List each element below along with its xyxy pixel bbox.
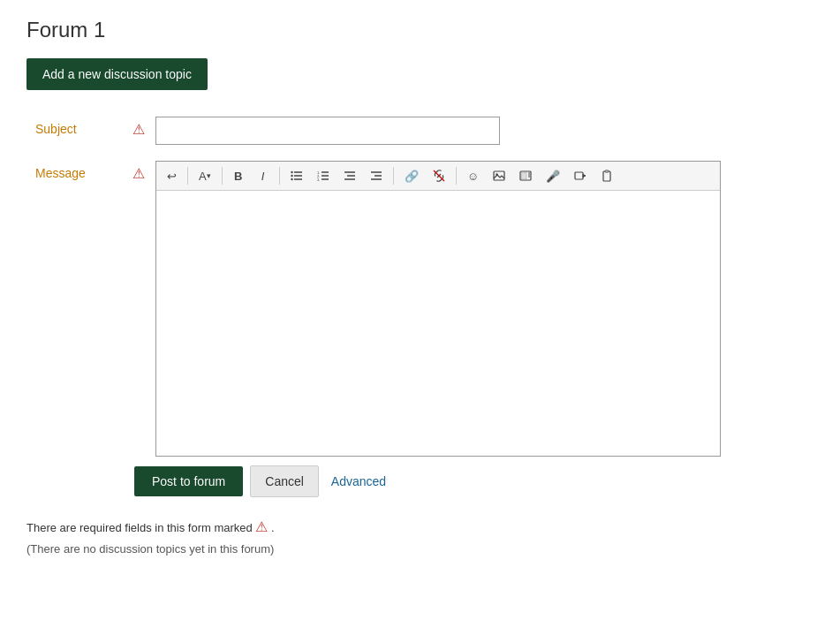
editor-toolbar: ↩ A ▾ B I 1.2.3. <box>156 162 720 191</box>
svg-text:3.: 3. <box>317 178 320 182</box>
svg-point-4 <box>291 175 292 177</box>
message-row: Message ⚠ ↩ A ▾ B I 1.2.3. <box>35 161 814 457</box>
svg-point-5 <box>291 178 292 180</box>
toolbar-sep-4 <box>393 167 394 185</box>
toolbar-sep-2 <box>222 167 223 185</box>
message-editor: ↩ A ▾ B I 1.2.3. <box>155 161 721 457</box>
form-actions: Post to forum Cancel Advanced <box>134 465 814 497</box>
image-button[interactable] <box>487 164 511 187</box>
no-topics-notice: (There are no discussion topics yet in t… <box>26 542 814 556</box>
svg-rect-19 <box>494 171 504 180</box>
unordered-list-button[interactable] <box>284 164 309 187</box>
outdent-button[interactable] <box>337 164 362 187</box>
cancel-button[interactable]: Cancel <box>250 465 319 497</box>
toolbar-sep-1 <box>187 167 188 185</box>
subject-input[interactable] <box>155 117 500 145</box>
link-button[interactable]: 🔗 <box>398 164 425 187</box>
italic-button[interactable]: I <box>252 164 275 187</box>
add-topic-button[interactable]: Add a new discussion topic <box>26 58 208 90</box>
subject-required-icon: ⚠ <box>132 117 145 138</box>
svg-rect-26 <box>575 172 583 179</box>
ordered-list-button[interactable]: 1.2.3. <box>311 164 336 187</box>
svg-rect-28 <box>603 171 610 181</box>
required-period: . <box>271 521 275 534</box>
required-notice-text: There are required fields in this form m… <box>26 521 253 534</box>
media-button[interactable] <box>513 164 538 187</box>
advanced-link[interactable]: Advanced <box>326 466 391 496</box>
page-title: Forum 1 <box>26 18 814 42</box>
emoji-button[interactable]: ☺ <box>461 164 485 187</box>
post-to-forum-button[interactable]: Post to forum <box>134 466 243 496</box>
video-button[interactable] <box>568 164 593 187</box>
undo-button[interactable]: ↩ <box>160 164 183 187</box>
unlink-button[interactable] <box>427 164 451 187</box>
message-required-icon: ⚠ <box>132 161 145 182</box>
notice-area: There are required fields in this form m… <box>26 518 814 556</box>
svg-marker-27 <box>583 175 586 178</box>
indent-button[interactable] <box>364 164 389 187</box>
font-button[interactable]: A ▾ <box>193 164 217 187</box>
subject-row: Subject ⚠ <box>35 117 814 145</box>
audio-button[interactable]: 🎤 <box>540 164 566 187</box>
svg-point-3 <box>291 171 292 173</box>
toolbar-sep-3 <box>279 167 280 185</box>
message-label: Message <box>35 161 132 180</box>
toolbar-sep-5 <box>456 167 457 185</box>
required-dot-icon: ⚠ <box>255 519 268 534</box>
bold-button[interactable]: B <box>227 164 250 187</box>
message-content-area[interactable] <box>156 191 720 456</box>
clipboard-button[interactable] <box>594 164 619 187</box>
discussion-form: Subject ⚠ Message ⚠ ↩ A ▾ B I 1.2.3. <box>35 117 814 457</box>
svg-rect-29 <box>605 170 609 172</box>
svg-rect-22 <box>521 172 526 179</box>
required-fields-notice: There are required fields in this form m… <box>26 518 814 535</box>
subject-label: Subject <box>35 117 132 136</box>
